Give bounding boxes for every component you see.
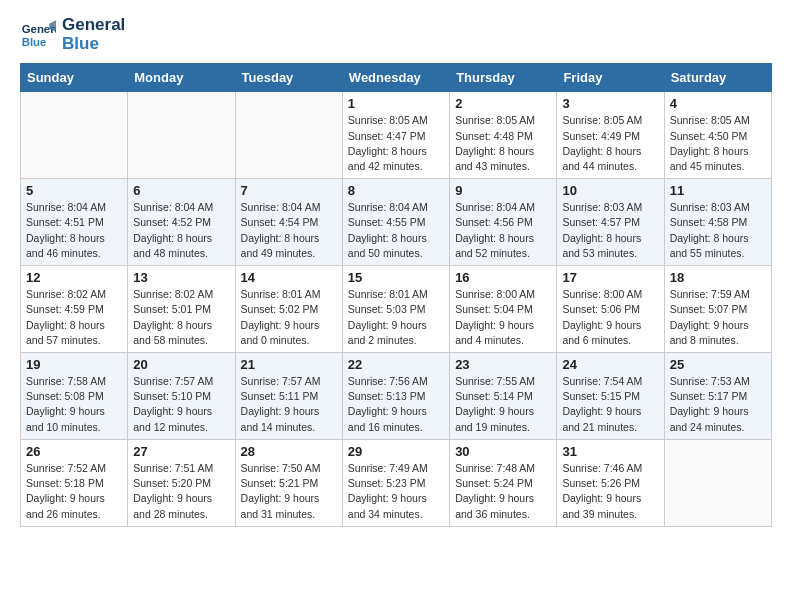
calendar-cell: 3Sunrise: 8:05 AM Sunset: 4:49 PM Daylig… (557, 92, 664, 179)
day-number: 5 (26, 183, 122, 198)
calendar-cell: 29Sunrise: 7:49 AM Sunset: 5:23 PM Dayli… (342, 439, 449, 526)
weekday-header-wednesday: Wednesday (342, 64, 449, 92)
day-info: Sunrise: 7:48 AM Sunset: 5:24 PM Dayligh… (455, 461, 551, 522)
day-info: Sunrise: 8:05 AM Sunset: 4:50 PM Dayligh… (670, 113, 766, 174)
calendar-cell: 11Sunrise: 8:03 AM Sunset: 4:58 PM Dayli… (664, 179, 771, 266)
calendar-week-2: 5Sunrise: 8:04 AM Sunset: 4:51 PM Daylig… (21, 179, 772, 266)
day-info: Sunrise: 7:59 AM Sunset: 5:07 PM Dayligh… (670, 287, 766, 348)
day-info: Sunrise: 7:52 AM Sunset: 5:18 PM Dayligh… (26, 461, 122, 522)
day-number: 11 (670, 183, 766, 198)
day-info: Sunrise: 8:04 AM Sunset: 4:55 PM Dayligh… (348, 200, 444, 261)
day-info: Sunrise: 7:50 AM Sunset: 5:21 PM Dayligh… (241, 461, 337, 522)
day-info: Sunrise: 7:46 AM Sunset: 5:26 PM Dayligh… (562, 461, 658, 522)
day-info: Sunrise: 8:04 AM Sunset: 4:54 PM Dayligh… (241, 200, 337, 261)
calendar-cell: 17Sunrise: 8:00 AM Sunset: 5:06 PM Dayli… (557, 266, 664, 353)
day-number: 4 (670, 96, 766, 111)
calendar-table: SundayMondayTuesdayWednesdayThursdayFrid… (20, 63, 772, 526)
calendar-cell: 27Sunrise: 7:51 AM Sunset: 5:20 PM Dayli… (128, 439, 235, 526)
calendar-cell: 26Sunrise: 7:52 AM Sunset: 5:18 PM Dayli… (21, 439, 128, 526)
day-number: 30 (455, 444, 551, 459)
header: General Blue General Blue (20, 16, 772, 53)
calendar-cell: 31Sunrise: 7:46 AM Sunset: 5:26 PM Dayli… (557, 439, 664, 526)
day-number: 12 (26, 270, 122, 285)
weekday-header-row: SundayMondayTuesdayWednesdayThursdayFrid… (21, 64, 772, 92)
day-number: 21 (241, 357, 337, 372)
weekday-header-thursday: Thursday (450, 64, 557, 92)
day-number: 6 (133, 183, 229, 198)
calendar-cell (128, 92, 235, 179)
day-number: 25 (670, 357, 766, 372)
calendar-cell (664, 439, 771, 526)
calendar-cell: 20Sunrise: 7:57 AM Sunset: 5:10 PM Dayli… (128, 353, 235, 440)
calendar-cell: 16Sunrise: 8:00 AM Sunset: 5:04 PM Dayli… (450, 266, 557, 353)
day-number: 24 (562, 357, 658, 372)
day-number: 8 (348, 183, 444, 198)
calendar-cell: 30Sunrise: 7:48 AM Sunset: 5:24 PM Dayli… (450, 439, 557, 526)
day-number: 13 (133, 270, 229, 285)
day-number: 19 (26, 357, 122, 372)
page: General Blue General Blue SundayMondayTu… (0, 0, 792, 543)
calendar-week-3: 12Sunrise: 8:02 AM Sunset: 4:59 PM Dayli… (21, 266, 772, 353)
day-number: 29 (348, 444, 444, 459)
day-info: Sunrise: 8:00 AM Sunset: 5:06 PM Dayligh… (562, 287, 658, 348)
day-info: Sunrise: 8:05 AM Sunset: 4:47 PM Dayligh… (348, 113, 444, 174)
day-number: 20 (133, 357, 229, 372)
day-info: Sunrise: 7:57 AM Sunset: 5:10 PM Dayligh… (133, 374, 229, 435)
day-number: 10 (562, 183, 658, 198)
day-info: Sunrise: 7:49 AM Sunset: 5:23 PM Dayligh… (348, 461, 444, 522)
weekday-header-friday: Friday (557, 64, 664, 92)
day-info: Sunrise: 7:58 AM Sunset: 5:08 PM Dayligh… (26, 374, 122, 435)
calendar-cell: 5Sunrise: 8:04 AM Sunset: 4:51 PM Daylig… (21, 179, 128, 266)
calendar-cell: 7Sunrise: 8:04 AM Sunset: 4:54 PM Daylig… (235, 179, 342, 266)
day-info: Sunrise: 7:56 AM Sunset: 5:13 PM Dayligh… (348, 374, 444, 435)
day-info: Sunrise: 7:55 AM Sunset: 5:14 PM Dayligh… (455, 374, 551, 435)
day-number: 9 (455, 183, 551, 198)
day-info: Sunrise: 8:01 AM Sunset: 5:02 PM Dayligh… (241, 287, 337, 348)
logo-general: General (62, 16, 125, 35)
day-number: 7 (241, 183, 337, 198)
day-info: Sunrise: 7:51 AM Sunset: 5:20 PM Dayligh… (133, 461, 229, 522)
calendar-cell: 18Sunrise: 7:59 AM Sunset: 5:07 PM Dayli… (664, 266, 771, 353)
weekday-header-sunday: Sunday (21, 64, 128, 92)
calendar-week-1: 1Sunrise: 8:05 AM Sunset: 4:47 PM Daylig… (21, 92, 772, 179)
calendar-cell: 14Sunrise: 8:01 AM Sunset: 5:02 PM Dayli… (235, 266, 342, 353)
logo-blue: Blue (62, 35, 125, 54)
day-info: Sunrise: 8:03 AM Sunset: 4:58 PM Dayligh… (670, 200, 766, 261)
day-number: 23 (455, 357, 551, 372)
day-info: Sunrise: 7:53 AM Sunset: 5:17 PM Dayligh… (670, 374, 766, 435)
day-info: Sunrise: 8:05 AM Sunset: 4:48 PM Dayligh… (455, 113, 551, 174)
day-info: Sunrise: 8:03 AM Sunset: 4:57 PM Dayligh… (562, 200, 658, 261)
calendar-cell: 9Sunrise: 8:04 AM Sunset: 4:56 PM Daylig… (450, 179, 557, 266)
day-number: 15 (348, 270, 444, 285)
day-number: 3 (562, 96, 658, 111)
calendar-cell: 21Sunrise: 7:57 AM Sunset: 5:11 PM Dayli… (235, 353, 342, 440)
calendar-cell: 25Sunrise: 7:53 AM Sunset: 5:17 PM Dayli… (664, 353, 771, 440)
day-number: 17 (562, 270, 658, 285)
day-info: Sunrise: 8:04 AM Sunset: 4:52 PM Dayligh… (133, 200, 229, 261)
day-info: Sunrise: 8:02 AM Sunset: 5:01 PM Dayligh… (133, 287, 229, 348)
logo: General Blue General Blue (20, 16, 125, 53)
day-info: Sunrise: 8:01 AM Sunset: 5:03 PM Dayligh… (348, 287, 444, 348)
calendar-cell: 28Sunrise: 7:50 AM Sunset: 5:21 PM Dayli… (235, 439, 342, 526)
day-info: Sunrise: 8:05 AM Sunset: 4:49 PM Dayligh… (562, 113, 658, 174)
day-number: 2 (455, 96, 551, 111)
calendar-cell: 12Sunrise: 8:02 AM Sunset: 4:59 PM Dayli… (21, 266, 128, 353)
day-number: 31 (562, 444, 658, 459)
day-info: Sunrise: 8:04 AM Sunset: 4:56 PM Dayligh… (455, 200, 551, 261)
calendar-cell: 8Sunrise: 8:04 AM Sunset: 4:55 PM Daylig… (342, 179, 449, 266)
svg-text:Blue: Blue (22, 36, 47, 48)
weekday-header-monday: Monday (128, 64, 235, 92)
day-info: Sunrise: 8:02 AM Sunset: 4:59 PM Dayligh… (26, 287, 122, 348)
day-number: 16 (455, 270, 551, 285)
calendar-cell: 6Sunrise: 8:04 AM Sunset: 4:52 PM Daylig… (128, 179, 235, 266)
day-number: 1 (348, 96, 444, 111)
calendar-cell: 10Sunrise: 8:03 AM Sunset: 4:57 PM Dayli… (557, 179, 664, 266)
day-number: 28 (241, 444, 337, 459)
calendar-cell: 24Sunrise: 7:54 AM Sunset: 5:15 PM Dayli… (557, 353, 664, 440)
calendar-week-5: 26Sunrise: 7:52 AM Sunset: 5:18 PM Dayli… (21, 439, 772, 526)
day-number: 14 (241, 270, 337, 285)
weekday-header-saturday: Saturday (664, 64, 771, 92)
calendar-week-4: 19Sunrise: 7:58 AM Sunset: 5:08 PM Dayli… (21, 353, 772, 440)
calendar-cell: 1Sunrise: 8:05 AM Sunset: 4:47 PM Daylig… (342, 92, 449, 179)
weekday-header-tuesday: Tuesday (235, 64, 342, 92)
